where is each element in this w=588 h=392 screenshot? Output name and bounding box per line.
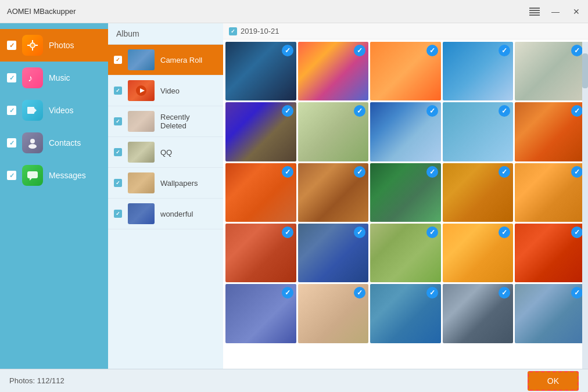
photo-check[interactable] xyxy=(354,287,365,299)
contacts-icon xyxy=(26,136,39,149)
photo-check[interactable] xyxy=(426,45,438,56)
photo-check[interactable] xyxy=(426,287,438,299)
photo-cell[interactable] xyxy=(298,102,369,161)
photo-grid xyxy=(223,39,588,369)
qq-thumb xyxy=(128,142,155,163)
photo-cell[interactable] xyxy=(225,224,296,282)
photo-cell[interactable] xyxy=(370,163,441,222)
messages-checkbox[interactable] xyxy=(7,171,16,180)
photo-cell[interactable] xyxy=(298,224,369,282)
contacts-checkbox[interactable] xyxy=(7,138,16,148)
photo-check[interactable] xyxy=(354,105,365,117)
photo-check[interactable] xyxy=(426,226,438,238)
recently-deleted-thumb xyxy=(128,111,155,132)
photo-cell[interactable] xyxy=(443,102,514,161)
photo-cell[interactable] xyxy=(515,163,586,222)
photo-cell[interactable] xyxy=(443,284,514,343)
svg-rect-1 xyxy=(529,10,540,11)
photo-cell[interactable] xyxy=(515,102,586,161)
close-button[interactable]: ✕ xyxy=(569,5,583,19)
sidebar-item-photos[interactable]: Photos xyxy=(0,29,108,62)
album-item-wonderful[interactable]: wonderful xyxy=(108,199,223,229)
camera-roll-thumb xyxy=(128,49,155,70)
album-item-recently-deleted[interactable]: Recently Deleted xyxy=(108,106,223,137)
photo-cell[interactable] xyxy=(515,224,586,282)
album-list: Camera Roll Video Recently Deleted Q xyxy=(108,45,223,369)
recently-deleted-checkbox[interactable] xyxy=(114,117,122,125)
photo-cell[interactable] xyxy=(225,284,296,343)
photo-check[interactable] xyxy=(499,45,510,56)
photo-cell[interactable] xyxy=(225,42,296,100)
date-label: 2019-10-21 xyxy=(223,23,588,39)
photo-check[interactable] xyxy=(571,45,583,56)
video-checkbox[interactable] xyxy=(114,87,122,95)
album-item-qq[interactable]: QQ xyxy=(108,137,223,168)
videos-icon xyxy=(26,104,39,117)
photo-cell[interactable] xyxy=(370,284,441,343)
photo-panel: 2019-10-21 xyxy=(223,23,588,369)
photo-check[interactable] xyxy=(354,166,365,178)
photo-check[interactable] xyxy=(282,45,293,56)
photo-check[interactable] xyxy=(282,166,293,178)
scrollbar-thumb[interactable] xyxy=(582,53,588,88)
svg-point-14 xyxy=(28,144,37,149)
photo-check[interactable] xyxy=(282,226,293,238)
sidebar-item-music[interactable]: ♪ Music xyxy=(0,62,108,94)
photo-cell[interactable] xyxy=(225,102,296,161)
sidebar-item-contacts[interactable]: Contacts xyxy=(0,127,108,159)
videos-icon-wrap xyxy=(22,100,43,121)
svg-marker-12 xyxy=(34,108,37,113)
photo-cell[interactable] xyxy=(298,42,369,100)
photo-check[interactable] xyxy=(354,45,365,56)
photo-check[interactable] xyxy=(282,287,293,299)
wonderful-label: wonderful xyxy=(160,210,193,218)
photo-check[interactable] xyxy=(426,166,438,178)
photo-cell[interactable] xyxy=(443,42,514,100)
scrollbar-track[interactable] xyxy=(582,42,588,369)
photo-check[interactable] xyxy=(354,226,365,238)
photo-cell[interactable] xyxy=(298,284,369,343)
photo-cell[interactable] xyxy=(515,42,586,100)
photos-icon xyxy=(26,39,39,52)
sidebar-label-messages: Messages xyxy=(49,171,86,180)
photo-cell[interactable] xyxy=(443,163,514,222)
photo-cell[interactable] xyxy=(370,42,441,100)
wallpapers-label: Wallpapers xyxy=(160,179,198,188)
qq-checkbox[interactable] xyxy=(114,148,122,156)
photos-icon-wrap xyxy=(22,35,43,56)
music-checkbox[interactable] xyxy=(7,73,16,82)
photo-check[interactable] xyxy=(571,226,583,238)
photo-check[interactable] xyxy=(499,226,510,238)
photo-check[interactable] xyxy=(499,287,510,299)
photo-check[interactable] xyxy=(571,166,583,178)
minimize-button[interactable]: — xyxy=(548,5,562,19)
wallpapers-checkbox[interactable] xyxy=(114,179,122,187)
photo-cell[interactable] xyxy=(225,163,296,222)
camera-roll-checkbox[interactable] xyxy=(114,56,122,64)
photo-cell[interactable] xyxy=(370,224,441,282)
date-checkbox[interactable] xyxy=(229,27,237,35)
photo-check[interactable] xyxy=(571,105,583,117)
sidebar-item-videos[interactable]: Videos xyxy=(0,94,108,127)
wonderful-checkbox[interactable] xyxy=(114,210,122,218)
album-item-video[interactable]: Video xyxy=(108,75,223,106)
sidebar-item-messages[interactable]: Messages xyxy=(0,159,108,192)
photo-cell[interactable] xyxy=(443,224,514,282)
photo-check[interactable] xyxy=(282,105,293,117)
camera-roll-label: Camera Roll xyxy=(160,56,202,64)
photo-check[interactable] xyxy=(499,166,510,178)
photo-check[interactable] xyxy=(426,105,438,117)
photo-cell[interactable] xyxy=(298,163,369,222)
photo-cell[interactable] xyxy=(515,284,586,343)
videos-checkbox[interactable] xyxy=(7,106,16,115)
bottom-bar: Photos: 112/112 OK xyxy=(0,369,588,392)
ok-button[interactable]: OK xyxy=(528,371,579,391)
photos-checkbox[interactable] xyxy=(7,41,16,50)
photo-check[interactable] xyxy=(571,287,583,299)
album-item-wallpapers[interactable]: Wallpapers xyxy=(108,168,223,199)
album-panel: Album Camera Roll Video Recently Delet xyxy=(108,23,223,369)
photo-check[interactable] xyxy=(499,105,510,117)
photo-cell[interactable] xyxy=(370,102,441,161)
list-view-button[interactable] xyxy=(528,5,542,19)
album-item-camera-roll[interactable]: Camera Roll xyxy=(108,45,223,75)
